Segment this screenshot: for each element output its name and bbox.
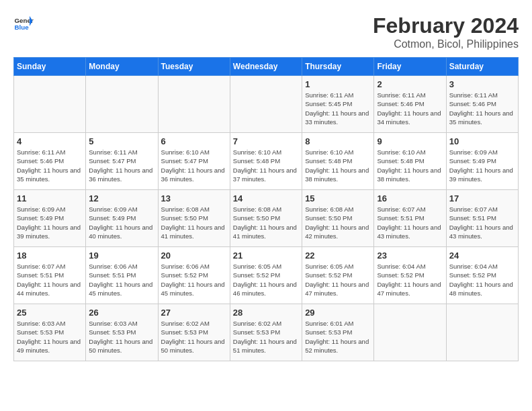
calendar-week-4: 18Sunrise: 6:07 AMSunset: 5:51 PMDayligh… <box>14 247 519 304</box>
day-info: Sunrise: 6:11 AMSunset: 5:46 PMDaylight:… <box>377 91 443 126</box>
calendar-cell <box>230 76 302 133</box>
calendar-cell: 19Sunrise: 6:06 AMSunset: 5:51 PMDayligh… <box>86 247 158 304</box>
calendar-cell: 17Sunrise: 6:07 AMSunset: 5:51 PMDayligh… <box>446 190 518 247</box>
day-number: 1 <box>305 79 371 89</box>
calendar-cell: 8Sunrise: 6:10 AMSunset: 5:48 PMDaylight… <box>302 133 374 190</box>
calendar-cell: 18Sunrise: 6:07 AMSunset: 5:51 PMDayligh… <box>14 247 86 304</box>
day-info: Sunrise: 6:11 AMSunset: 5:45 PMDaylight:… <box>305 91 371 126</box>
calendar-cell: 26Sunrise: 6:03 AMSunset: 5:53 PMDayligh… <box>86 304 158 361</box>
calendar-cell: 13Sunrise: 6:08 AMSunset: 5:50 PMDayligh… <box>158 190 230 247</box>
day-info: Sunrise: 6:07 AMSunset: 5:51 PMDaylight:… <box>377 205 443 240</box>
day-number: 22 <box>305 250 371 261</box>
calendar-cell: 20Sunrise: 6:06 AMSunset: 5:52 PMDayligh… <box>158 247 230 304</box>
day-info: Sunrise: 6:07 AMSunset: 5:51 PMDaylight:… <box>17 262 83 298</box>
day-info: Sunrise: 6:11 AMSunset: 5:46 PMDaylight:… <box>449 91 515 126</box>
day-number: 11 <box>17 193 83 203</box>
day-info: Sunrise: 6:05 AMSunset: 5:52 PMDaylight:… <box>233 262 299 298</box>
day-info: Sunrise: 6:10 AMSunset: 5:47 PMDaylight:… <box>161 148 227 183</box>
day-number: 14 <box>233 193 299 203</box>
day-number: 3 <box>449 79 515 89</box>
day-info: Sunrise: 6:11 AMSunset: 5:47 PMDaylight:… <box>89 148 154 183</box>
day-info: Sunrise: 6:01 AMSunset: 5:53 PMDaylight:… <box>305 319 371 355</box>
day-info: Sunrise: 6:04 AMSunset: 5:52 PMDaylight:… <box>449 262 515 298</box>
day-info: Sunrise: 6:02 AMSunset: 5:53 PMDaylight:… <box>161 319 227 355</box>
day-number: 7 <box>233 136 299 146</box>
day-info: Sunrise: 6:03 AMSunset: 5:53 PMDaylight:… <box>17 319 83 355</box>
calendar-cell: 27Sunrise: 6:02 AMSunset: 5:53 PMDayligh… <box>158 304 230 361</box>
calendar-cell <box>374 304 446 361</box>
day-info: Sunrise: 6:09 AMSunset: 5:49 PMDaylight:… <box>449 148 515 183</box>
day-number: 28 <box>233 308 299 318</box>
calendar-week-1: 1Sunrise: 6:11 AMSunset: 5:45 PMDaylight… <box>14 76 519 133</box>
calendar-week-5: 25Sunrise: 6:03 AMSunset: 5:53 PMDayligh… <box>14 304 519 361</box>
day-number: 10 <box>449 136 515 146</box>
calendar-week-3: 11Sunrise: 6:09 AMSunset: 5:49 PMDayligh… <box>14 190 519 247</box>
calendar-cell: 22Sunrise: 6:05 AMSunset: 5:52 PMDayligh… <box>302 247 374 304</box>
calendar-cell <box>14 76 86 133</box>
day-number: 15 <box>305 193 371 203</box>
svg-text:Blue: Blue <box>15 24 30 31</box>
calendar-cell: 4Sunrise: 6:11 AMSunset: 5:46 PMDaylight… <box>14 133 86 190</box>
day-number: 25 <box>17 308 83 318</box>
weekday-header-wednesday: Wednesday <box>230 58 302 76</box>
title-section: February 2024 Cotmon, Bicol, Philippines <box>373 13 519 50</box>
weekday-header-sunday: Sunday <box>14 58 86 76</box>
day-info: Sunrise: 6:10 AMSunset: 5:48 PMDaylight:… <box>305 148 371 183</box>
calendar-cell: 11Sunrise: 6:09 AMSunset: 5:49 PMDayligh… <box>14 190 86 247</box>
day-info: Sunrise: 6:09 AMSunset: 5:49 PMDaylight:… <box>89 205 154 240</box>
day-number: 2 <box>377 79 443 89</box>
calendar-cell: 5Sunrise: 6:11 AMSunset: 5:47 PMDaylight… <box>86 133 158 190</box>
calendar-cell: 1Sunrise: 6:11 AMSunset: 5:45 PMDaylight… <box>302 76 374 133</box>
calendar-cell: 9Sunrise: 6:10 AMSunset: 5:48 PMDaylight… <box>374 133 446 190</box>
weekday-header-tuesday: Tuesday <box>158 58 230 76</box>
day-number: 29 <box>305 308 371 318</box>
subtitle: Cotmon, Bicol, Philippines <box>373 38 519 50</box>
calendar-cell <box>446 304 518 361</box>
logo-icon: General Blue <box>13 13 34 34</box>
day-info: Sunrise: 6:11 AMSunset: 5:46 PMDaylight:… <box>17 148 83 183</box>
calendar-cell <box>158 76 230 133</box>
weekday-header-row: SundayMondayTuesdayWednesdayThursdayFrid… <box>14 58 519 76</box>
calendar-cell: 2Sunrise: 6:11 AMSunset: 5:46 PMDaylight… <box>374 76 446 133</box>
calendar-cell: 29Sunrise: 6:01 AMSunset: 5:53 PMDayligh… <box>302 304 374 361</box>
day-info: Sunrise: 6:07 AMSunset: 5:51 PMDaylight:… <box>449 205 515 240</box>
calendar-cell: 28Sunrise: 6:02 AMSunset: 5:53 PMDayligh… <box>230 304 302 361</box>
calendar-cell: 25Sunrise: 6:03 AMSunset: 5:53 PMDayligh… <box>14 304 86 361</box>
day-info: Sunrise: 6:08 AMSunset: 5:50 PMDaylight:… <box>161 205 227 240</box>
calendar-cell: 7Sunrise: 6:10 AMSunset: 5:48 PMDaylight… <box>230 133 302 190</box>
day-info: Sunrise: 6:02 AMSunset: 5:53 PMDaylight:… <box>233 319 299 355</box>
day-number: 19 <box>89 250 154 261</box>
calendar-table: SundayMondayTuesdayWednesdayThursdayFrid… <box>13 57 519 361</box>
calendar-cell: 6Sunrise: 6:10 AMSunset: 5:47 PMDaylight… <box>158 133 230 190</box>
day-number: 23 <box>377 250 443 261</box>
day-number: 26 <box>89 308 154 318</box>
day-number: 12 <box>89 193 154 203</box>
weekday-header-thursday: Thursday <box>302 58 374 76</box>
day-number: 4 <box>17 136 83 146</box>
calendar-cell: 3Sunrise: 6:11 AMSunset: 5:46 PMDaylight… <box>446 76 518 133</box>
day-number: 9 <box>377 136 443 146</box>
calendar-cell <box>86 76 158 133</box>
day-number: 20 <box>161 250 227 261</box>
day-number: 24 <box>449 250 515 261</box>
calendar-cell: 21Sunrise: 6:05 AMSunset: 5:52 PMDayligh… <box>230 247 302 304</box>
day-number: 21 <box>233 250 299 261</box>
weekday-header-monday: Monday <box>86 58 158 76</box>
calendar-week-2: 4Sunrise: 6:11 AMSunset: 5:46 PMDaylight… <box>14 133 519 190</box>
day-number: 5 <box>89 136 154 146</box>
day-info: Sunrise: 6:10 AMSunset: 5:48 PMDaylight:… <box>377 148 443 183</box>
day-number: 13 <box>161 193 227 203</box>
calendar-cell: 23Sunrise: 6:04 AMSunset: 5:52 PMDayligh… <box>374 247 446 304</box>
weekday-header-friday: Friday <box>374 58 446 76</box>
header: General Blue February 2024 Cotmon, Bicol… <box>13 13 519 50</box>
day-number: 17 <box>449 193 515 203</box>
day-number: 8 <box>305 136 371 146</box>
calendar-cell: 16Sunrise: 6:07 AMSunset: 5:51 PMDayligh… <box>374 190 446 247</box>
weekday-header-saturday: Saturday <box>446 58 518 76</box>
day-info: Sunrise: 6:08 AMSunset: 5:50 PMDaylight:… <box>305 205 371 240</box>
day-info: Sunrise: 6:04 AMSunset: 5:52 PMDaylight:… <box>377 262 443 298</box>
day-number: 27 <box>161 308 227 318</box>
day-number: 16 <box>377 193 443 203</box>
day-info: Sunrise: 6:06 AMSunset: 5:52 PMDaylight:… <box>161 262 227 298</box>
calendar-cell: 15Sunrise: 6:08 AMSunset: 5:50 PMDayligh… <box>302 190 374 247</box>
